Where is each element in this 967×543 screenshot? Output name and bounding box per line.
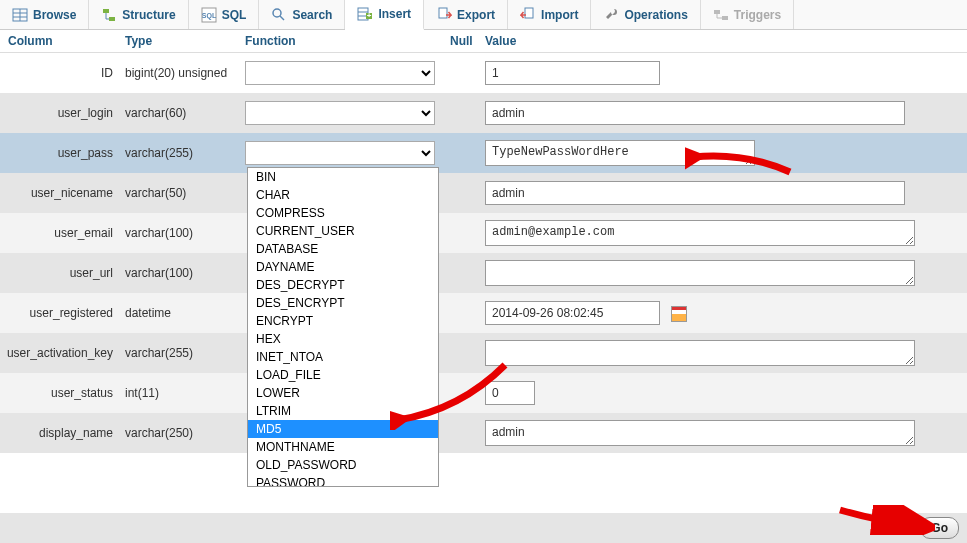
annotation-arrow-icon <box>685 142 795 182</box>
tab-label: SQL <box>222 8 247 22</box>
value-input[interactable] <box>485 260 915 286</box>
dropdown-item[interactable]: OLD_PASSWORD <box>248 456 438 474</box>
tab-label: Triggers <box>734 8 781 22</box>
dropdown-item[interactable]: ENCRYPT <box>248 312 438 330</box>
column-name: user_nicename <box>0 186 125 200</box>
value-input[interactable] <box>485 61 660 85</box>
value-input[interactable] <box>485 340 915 366</box>
svg-text:SQL: SQL <box>202 12 217 20</box>
dropdown-item[interactable]: MONTHNAME <box>248 438 438 456</box>
svg-rect-15 <box>439 8 447 18</box>
column-type: bigint(20) unsigned <box>125 66 245 80</box>
tab-sql[interactable]: SQL SQL <box>189 0 260 29</box>
dropdown-item[interactable]: DES_ENCRYPT <box>248 294 438 312</box>
tab-operations[interactable]: Operations <box>591 0 700 29</box>
header-function: Function <box>245 34 450 48</box>
tab-label: Browse <box>33 8 76 22</box>
dropdown-item[interactable]: DES_DECRYPT <box>248 276 438 294</box>
tab-label: Search <box>292 8 332 22</box>
svg-rect-4 <box>103 9 109 13</box>
annotation-arrow-icon <box>390 360 510 430</box>
column-name: user_activation_key <box>0 346 125 360</box>
dropdown-item[interactable]: CURRENT_USER <box>248 222 438 240</box>
column-name: user_pass <box>0 146 125 160</box>
svg-text:+: + <box>367 11 372 20</box>
table-row: user_email varchar(100) <box>0 213 967 253</box>
column-type: int(11) <box>125 386 245 400</box>
dropdown-item[interactable]: DAYNAME <box>248 258 438 276</box>
export-icon <box>436 7 452 23</box>
tab-insert[interactable]: + Insert <box>345 0 424 30</box>
sql-icon: SQL <box>201 7 217 23</box>
dropdown-item[interactable]: BIN <box>248 168 438 186</box>
column-type: varchar(255) <box>125 146 245 160</box>
tab-triggers[interactable]: Triggers <box>701 0 794 29</box>
column-type: varchar(50) <box>125 186 245 200</box>
column-type: varchar(100) <box>125 266 245 280</box>
value-input[interactable] <box>485 301 660 325</box>
column-type: varchar(255) <box>125 346 245 360</box>
column-type: datetime <box>125 306 245 320</box>
table-row: user_registered datetime <box>0 293 967 333</box>
tab-import[interactable]: Import <box>508 0 591 29</box>
tab-label: Export <box>457 8 495 22</box>
value-input[interactable] <box>485 220 915 246</box>
import-icon <box>520 7 536 23</box>
calendar-icon[interactable] <box>671 306 687 322</box>
column-type: varchar(250) <box>125 426 245 440</box>
header-column: Column <box>0 34 125 48</box>
table-row: user_login varchar(60) <box>0 93 967 133</box>
value-input[interactable] <box>485 420 915 446</box>
column-name: user_registered <box>0 306 125 320</box>
table-header: Column Type Function Null Value <box>0 30 967 53</box>
wrench-icon <box>603 7 619 23</box>
header-value: Value <box>485 34 967 48</box>
svg-rect-18 <box>722 16 728 20</box>
function-select[interactable] <box>245 61 435 85</box>
svg-rect-17 <box>714 10 720 14</box>
function-dropdown[interactable]: BIN CHAR COMPRESS CURRENT_USER DATABASE … <box>247 167 439 487</box>
search-icon <box>271 7 287 23</box>
insert-icon: + <box>357 6 373 22</box>
column-name: user_url <box>0 266 125 280</box>
tab-export[interactable]: Export <box>424 0 508 29</box>
tab-label: Insert <box>378 7 411 21</box>
tab-bar: Browse Structure SQL SQL Search + Insert… <box>0 0 967 30</box>
dropdown-item[interactable]: CHAR <box>248 186 438 204</box>
table-row: user_pass varchar(255) <box>0 133 967 173</box>
column-name: display_name <box>0 426 125 440</box>
value-input[interactable] <box>485 181 905 205</box>
svg-rect-5 <box>109 17 115 21</box>
column-name: user_email <box>0 226 125 240</box>
table-row: user_url varchar(100) <box>0 253 967 293</box>
tab-structure[interactable]: Structure <box>89 0 188 29</box>
table-row: ID bigint(20) unsigned <box>0 53 967 93</box>
function-select[interactable] <box>245 101 435 125</box>
svg-point-8 <box>273 9 281 17</box>
table-row: user_nicename varchar(50) <box>0 173 967 213</box>
column-name: user_login <box>0 106 125 120</box>
tab-label: Structure <box>122 8 175 22</box>
footer: Go <box>0 513 967 543</box>
header-type: Type <box>125 34 245 48</box>
column-type: varchar(60) <box>125 106 245 120</box>
structure-icon <box>101 7 117 23</box>
dropdown-item[interactable]: HEX <box>248 330 438 348</box>
tab-label: Import <box>541 8 578 22</box>
tab-search[interactable]: Search <box>259 0 345 29</box>
svg-rect-16 <box>525 8 533 18</box>
dropdown-item[interactable]: PASSWORD <box>248 474 438 487</box>
function-select[interactable] <box>245 141 435 165</box>
dropdown-item[interactable]: DATABASE <box>248 240 438 258</box>
table-icon <box>12 7 28 23</box>
tab-browse[interactable]: Browse <box>0 0 89 29</box>
triggers-icon <box>713 7 729 23</box>
column-name: ID <box>0 66 125 80</box>
column-name: user_status <box>0 386 125 400</box>
svg-line-9 <box>280 16 284 20</box>
dropdown-item[interactable]: COMPRESS <box>248 204 438 222</box>
header-null: Null <box>450 34 485 48</box>
tab-label: Operations <box>624 8 687 22</box>
annotation-arrow-icon <box>835 505 935 535</box>
value-input[interactable] <box>485 101 905 125</box>
